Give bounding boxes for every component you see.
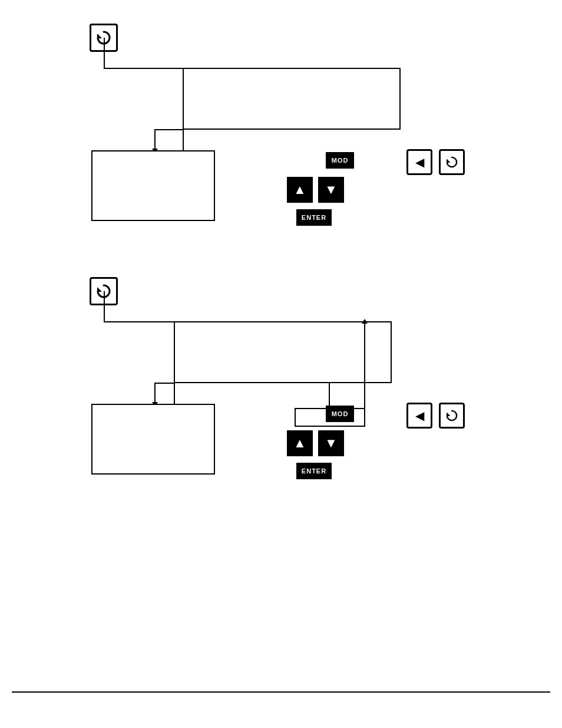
enter-label-1: ENTER [302, 214, 326, 221]
back-button-2[interactable]: ◀ [406, 403, 432, 429]
refresh-button-1[interactable] [439, 149, 465, 175]
arrow-line-2f [364, 321, 392, 322]
up-button-1[interactable]: ▲ [287, 177, 313, 203]
down-button-1[interactable]: ▼ [318, 177, 344, 203]
down-button-2[interactable]: ▼ [318, 430, 344, 456]
arrow-line [183, 130, 184, 150]
up-icon-2: ▲ [293, 436, 306, 451]
top-box-1 [183, 68, 401, 130]
enter-button-1[interactable]: ENTER [296, 209, 332, 226]
top-box-2 [174, 321, 392, 383]
mod-button-1[interactable]: MOD [326, 152, 354, 169]
arrow-line [154, 129, 156, 151]
arrow-line-2a [174, 383, 175, 404]
arrow-line-2e [364, 321, 365, 417]
diagram-container: MOD ◀ ▲ ▼ ENTER [0, 0, 562, 728]
back-icon-2: ◀ [415, 409, 424, 423]
arrow-line-2d [329, 383, 330, 409]
mod-label-2: MOD [332, 410, 349, 417]
arrow-line-2c [154, 383, 156, 404]
back-icon-1: ◀ [415, 155, 424, 169]
enter-button-2[interactable]: ENTER [296, 463, 332, 479]
enter-label-2: ENTER [302, 467, 326, 475]
mod-button-2[interactable]: MOD [326, 406, 354, 422]
down-icon-1: ▼ [325, 182, 338, 197]
back-button-1[interactable]: ◀ [406, 149, 432, 175]
connector-line [104, 68, 184, 69]
arrow-head-2c [362, 319, 368, 324]
up-button-2[interactable]: ▲ [287, 430, 313, 456]
refresh-button-2[interactable] [439, 403, 465, 429]
connector-line-2b [104, 321, 175, 322]
left-box-1 [91, 150, 215, 221]
up-icon-1: ▲ [293, 182, 306, 197]
connector-line-2 [104, 291, 105, 322]
left-box-2 [91, 404, 215, 475]
mod-label-1: MOD [332, 157, 349, 164]
bottom-rule [12, 691, 550, 693]
down-icon-2: ▼ [325, 436, 338, 451]
arrow-line-2b [154, 383, 175, 384]
arrow-line [154, 129, 184, 130]
connector-line [104, 38, 105, 69]
